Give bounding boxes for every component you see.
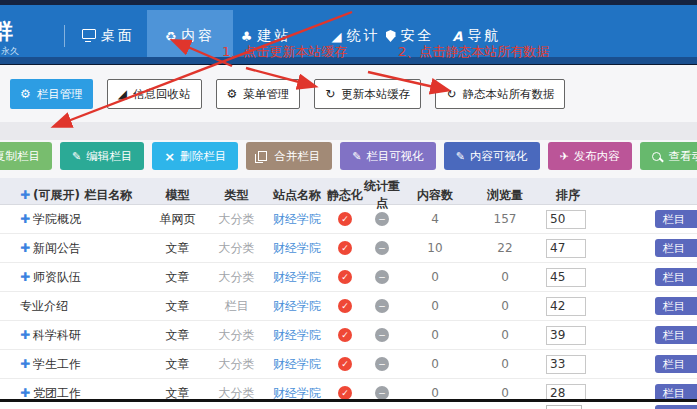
column-model: 文章 [150, 298, 205, 315]
top-navbar: 群 永久 桌面 ♻ 内容 ♣ 建站 ◢ 统计 安全 A 导航 [0, 5, 697, 57]
content-count: 10 [400, 241, 470, 255]
view-count: 0 [470, 328, 540, 342]
sort-input[interactable] [546, 405, 582, 409]
gear-icon: ⚙ [20, 88, 31, 100]
sort-input[interactable] [546, 268, 586, 287]
site-link[interactable]: 财经学院 [273, 328, 321, 342]
table-row: ✚师资队伍文章大分类财经学院✓−00栏目 [0, 263, 697, 292]
stat-disabled-icon[interactable]: − [375, 299, 389, 313]
site-link[interactable]: 财经学院 [273, 357, 321, 371]
copy-column-button[interactable]: 复制栏目 [0, 142, 52, 170]
table-row: ✚新闻公告文章大分类财经学院✓−1022栏目 [0, 234, 697, 263]
column-action-button[interactable]: 栏目 [655, 326, 697, 344]
nav-label: 统计 [347, 27, 381, 45]
static-all-data-button[interactable]: ↻ 静态本站所有数据 [435, 79, 565, 109]
expand-icon[interactable]: ✚ [20, 241, 30, 255]
button-label: 合并栏目 [274, 149, 320, 164]
column-action-button[interactable]: 栏目 [655, 297, 697, 315]
stat-disabled-icon[interactable]: − [375, 241, 389, 255]
site-link[interactable]: 财经学院 [273, 270, 321, 284]
publish-content-button[interactable]: ✈ 发布内容 [548, 142, 632, 170]
column-name: 师资队伍 [33, 269, 81, 286]
view-activity-button[interactable]: 查看动态 [640, 142, 697, 170]
nav-item-content[interactable]: ♻ 内容 [147, 10, 233, 62]
column-action-button[interactable] [655, 405, 697, 409]
annotation-step-2: 2、点击静态本站所有数据 [398, 43, 549, 61]
column-manage-button[interactable]: ⚙ 栏目管理 [10, 79, 93, 109]
nav-item-desktop[interactable]: 桌面 [77, 10, 140, 62]
info-recycle-bin-button[interactable]: ◢ 信息回收站 [107, 79, 202, 109]
static-enabled-icon[interactable]: ✓ [338, 212, 352, 226]
table-row: ✚学院概况单网页大分类财经学院✓−4157栏目 [0, 205, 697, 234]
edit-icon: ✎ [72, 151, 81, 162]
column-name: 专业介绍 [20, 298, 68, 315]
sort-input[interactable] [546, 326, 586, 345]
button-label: 信息回收站 [133, 87, 191, 102]
menu-manage-button[interactable]: ⚙ 菜单管理 [216, 79, 301, 109]
column-action-button[interactable]: 栏目 [655, 268, 697, 286]
expand-icon[interactable]: ✚ [20, 357, 30, 371]
view-count: 157 [470, 212, 540, 226]
stat-disabled-icon[interactable]: − [375, 212, 389, 226]
static-enabled-icon[interactable]: ✓ [338, 328, 352, 342]
button-label: 发布内容 [574, 149, 620, 164]
site-link[interactable]: 财经学院 [273, 299, 321, 313]
column-action-button[interactable]: 栏目 [655, 210, 697, 228]
button-label: 复制栏目 [0, 149, 40, 164]
stat-disabled-icon[interactable]: − [375, 357, 389, 371]
column-name: 学院概况 [33, 211, 81, 228]
delete-column-button[interactable]: × 删除栏目 [152, 142, 238, 170]
content-visualize-button[interactable]: ✎ 内容可视化 [444, 142, 540, 170]
site-link[interactable]: 财经学院 [273, 212, 321, 226]
column-visualize-button[interactable]: ✎ 栏目可视化 [340, 142, 436, 170]
button-label: 栏目可视化 [366, 149, 424, 164]
recycle-icon: ♻ [165, 30, 177, 43]
sort-input[interactable] [546, 297, 586, 316]
stat-disabled-icon[interactable]: − [375, 386, 389, 400]
sort-input[interactable] [546, 239, 586, 258]
column-type: 大分类 [205, 269, 268, 286]
sort-input[interactable] [546, 210, 586, 229]
button-label: 静态本站所有数据 [462, 87, 554, 102]
static-enabled-icon[interactable]: ✓ [338, 241, 352, 255]
button-label: 编辑栏目 [86, 149, 132, 164]
button-label: 查看动态 [669, 149, 697, 164]
nav-label: 内容 [181, 27, 215, 45]
toolbar: ⚙ 栏目管理 ◢ 信息回收站 ⚙ 菜单管理 ↻ 更新本站缓存 ↻ 静态本站所有数… [10, 79, 565, 109]
header-views: 浏览量 [470, 187, 540, 204]
expand-icon[interactable]: ✚ [20, 386, 30, 400]
update-site-cache-button[interactable]: ↻ 更新本站缓存 [314, 79, 421, 109]
edit-column-button[interactable]: ✎ 编辑栏目 [60, 142, 144, 170]
header-count: 内容数 [400, 187, 470, 204]
static-enabled-icon[interactable]: ✓ [338, 386, 352, 400]
expand-icon[interactable]: ✚ [20, 270, 30, 284]
chart-icon: ◢ [332, 30, 342, 43]
stat-disabled-icon[interactable]: − [375, 328, 389, 342]
expand-icon[interactable]: ✚ [20, 212, 30, 226]
column-name: 学生工作 [33, 356, 81, 373]
sort-input[interactable] [546, 355, 586, 374]
expand-icon[interactable]: ✚ [20, 328, 30, 342]
column-model: 单网页 [150, 211, 205, 228]
site-link[interactable]: 财经学院 [273, 241, 321, 255]
column-action-button[interactable]: 栏目 [655, 355, 697, 373]
column-name: 科学科研 [33, 327, 81, 344]
button-label: 删除栏目 [180, 149, 226, 164]
table-body: ✚学院概况单网页大分类财经学院✓−4157栏目✚新闻公告文章大分类财经学院✓−1… [0, 205, 697, 408]
static-enabled-icon[interactable]: ✓ [338, 357, 352, 371]
merge-column-button[interactable]: 合并栏目 [246, 142, 332, 170]
content-count: 0 [400, 270, 470, 284]
column-actions-bar: 复制栏目 ✎ 编辑栏目 × 删除栏目 合并栏目 ✎ 栏目可视化 ✎ 内容可视化 … [0, 142, 697, 170]
button-label: 栏目管理 [37, 87, 83, 102]
column-action-button[interactable]: 栏目 [655, 239, 697, 257]
header-type: 类型 [205, 187, 268, 204]
button-label: 更新本站缓存 [341, 87, 410, 102]
header-column-name: (可展开) 栏目名称 [33, 187, 132, 204]
static-enabled-icon[interactable]: ✓ [338, 299, 352, 313]
refresh-icon: ↻ [446, 88, 456, 100]
expand-all-icon[interactable]: ✚ [20, 188, 30, 202]
section-divider-band [0, 122, 697, 140]
stat-disabled-icon[interactable]: − [375, 270, 389, 284]
static-enabled-icon[interactable]: ✓ [338, 270, 352, 284]
site-link[interactable]: 财经学院 [273, 386, 321, 400]
